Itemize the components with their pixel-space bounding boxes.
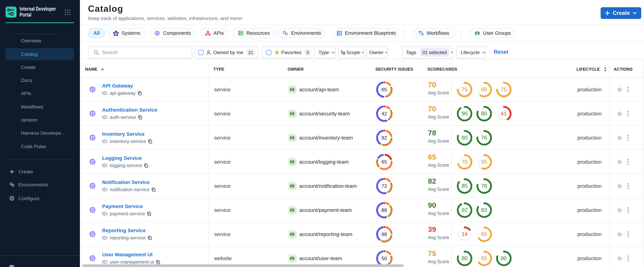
svg-text:A: A (339, 32, 340, 34)
